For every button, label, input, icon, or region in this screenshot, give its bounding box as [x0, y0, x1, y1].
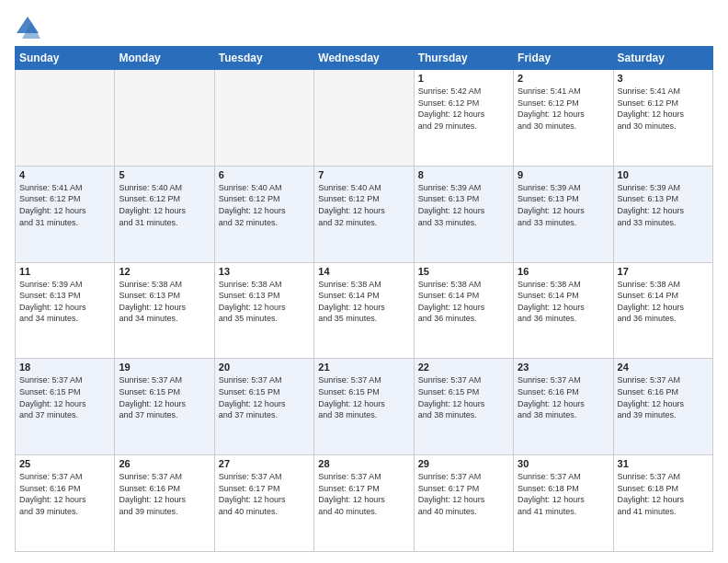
calendar-table: SundayMondayTuesdayWednesdayThursdayFrid… — [15, 46, 713, 552]
header-day-thursday: Thursday — [414, 47, 513, 70]
calendar-week-3: 11Sunrise: 5:39 AM Sunset: 6:13 PM Dayli… — [16, 262, 713, 359]
day-number: 8 — [418, 169, 509, 180]
calendar-cell: 13Sunrise: 5:38 AM Sunset: 6:13 PM Dayli… — [214, 262, 313, 359]
day-info: Sunrise: 5:41 AM Sunset: 6:12 PM Dayligh… — [618, 86, 709, 132]
day-number: 20 — [219, 362, 310, 373]
calendar-week-1: 1Sunrise: 5:42 AM Sunset: 6:12 PM Daylig… — [16, 70, 713, 167]
header — [15, 11, 713, 40]
calendar-cell: 16Sunrise: 5:38 AM Sunset: 6:14 PM Dayli… — [514, 262, 613, 359]
logo — [15, 15, 44, 40]
day-info: Sunrise: 5:37 AM Sunset: 6:17 PM Dayligh… — [318, 471, 409, 517]
calendar-week-4: 18Sunrise: 5:37 AM Sunset: 6:15 PM Dayli… — [16, 359, 713, 455]
day-info: Sunrise: 5:38 AM Sunset: 6:14 PM Dayligh… — [318, 279, 409, 325]
calendar-cell — [214, 70, 313, 167]
calendar-cell: 8Sunrise: 5:39 AM Sunset: 6:13 PM Daylig… — [414, 166, 513, 262]
calendar-cell: 18Sunrise: 5:37 AM Sunset: 6:15 PM Dayli… — [16, 359, 115, 455]
calendar-cell: 2Sunrise: 5:41 AM Sunset: 6:12 PM Daylig… — [514, 70, 613, 167]
header-day-friday: Friday — [514, 47, 613, 70]
calendar-cell: 7Sunrise: 5:40 AM Sunset: 6:12 PM Daylig… — [314, 166, 414, 262]
calendar-header: SundayMondayTuesdayWednesdayThursdayFrid… — [16, 47, 713, 70]
calendar-cell: 17Sunrise: 5:38 AM Sunset: 6:14 PM Dayli… — [613, 262, 712, 359]
day-number: 28 — [318, 458, 409, 469]
day-number: 26 — [119, 458, 210, 469]
calendar-cell — [16, 70, 115, 167]
day-info: Sunrise: 5:40 AM Sunset: 6:12 PM Dayligh… — [119, 182, 210, 228]
day-number: 19 — [119, 362, 210, 373]
header-row: SundayMondayTuesdayWednesdayThursdayFrid… — [16, 47, 713, 70]
header-day-monday: Monday — [115, 47, 214, 70]
calendar-body: 1Sunrise: 5:42 AM Sunset: 6:12 PM Daylig… — [16, 70, 713, 552]
calendar-cell: 10Sunrise: 5:39 AM Sunset: 6:13 PM Dayli… — [613, 166, 712, 262]
day-info: Sunrise: 5:37 AM Sunset: 6:16 PM Dayligh… — [119, 471, 210, 517]
day-info: Sunrise: 5:38 AM Sunset: 6:14 PM Dayligh… — [418, 279, 509, 325]
day-number: 6 — [219, 169, 310, 180]
calendar-cell: 25Sunrise: 5:37 AM Sunset: 6:16 PM Dayli… — [16, 455, 115, 552]
day-info: Sunrise: 5:37 AM Sunset: 6:15 PM Dayligh… — [119, 374, 210, 420]
calendar-cell: 6Sunrise: 5:40 AM Sunset: 6:12 PM Daylig… — [214, 166, 313, 262]
day-number: 10 — [618, 169, 709, 180]
calendar-cell: 19Sunrise: 5:37 AM Sunset: 6:15 PM Dayli… — [115, 359, 214, 455]
day-info: Sunrise: 5:37 AM Sunset: 6:18 PM Dayligh… — [518, 471, 609, 517]
day-number: 4 — [19, 169, 110, 180]
day-number: 14 — [318, 266, 409, 277]
day-info: Sunrise: 5:37 AM Sunset: 6:15 PM Dayligh… — [318, 374, 409, 420]
day-number: 30 — [518, 458, 609, 469]
day-info: Sunrise: 5:37 AM Sunset: 6:18 PM Dayligh… — [618, 471, 709, 517]
calendar-cell: 15Sunrise: 5:38 AM Sunset: 6:14 PM Dayli… — [414, 262, 513, 359]
calendar-cell: 12Sunrise: 5:38 AM Sunset: 6:13 PM Dayli… — [115, 262, 214, 359]
day-info: Sunrise: 5:40 AM Sunset: 6:12 PM Dayligh… — [318, 182, 409, 228]
day-number: 1 — [418, 73, 509, 84]
day-info: Sunrise: 5:38 AM Sunset: 6:13 PM Dayligh… — [219, 279, 310, 325]
logo-icon — [15, 15, 40, 40]
day-number: 18 — [19, 362, 110, 373]
day-number: 21 — [318, 362, 409, 373]
calendar-cell: 22Sunrise: 5:37 AM Sunset: 6:15 PM Dayli… — [414, 359, 513, 455]
day-info: Sunrise: 5:38 AM Sunset: 6:14 PM Dayligh… — [618, 279, 709, 325]
calendar-cell: 5Sunrise: 5:40 AM Sunset: 6:12 PM Daylig… — [115, 166, 214, 262]
day-number: 22 — [418, 362, 509, 373]
day-number: 25 — [19, 458, 110, 469]
day-info: Sunrise: 5:37 AM Sunset: 6:17 PM Dayligh… — [418, 471, 509, 517]
day-number: 16 — [518, 266, 609, 277]
calendar-cell: 28Sunrise: 5:37 AM Sunset: 6:17 PM Dayli… — [314, 455, 414, 552]
calendar-week-2: 4Sunrise: 5:41 AM Sunset: 6:12 PM Daylig… — [16, 166, 713, 262]
day-number: 17 — [618, 266, 709, 277]
header-day-sunday: Sunday — [16, 47, 115, 70]
day-info: Sunrise: 5:37 AM Sunset: 6:16 PM Dayligh… — [19, 471, 110, 517]
day-info: Sunrise: 5:37 AM Sunset: 6:15 PM Dayligh… — [19, 374, 110, 420]
day-number: 3 — [618, 73, 709, 84]
day-number: 2 — [518, 73, 609, 84]
calendar-cell — [115, 70, 214, 167]
day-number: 29 — [418, 458, 509, 469]
day-number: 5 — [119, 169, 210, 180]
day-info: Sunrise: 5:37 AM Sunset: 6:16 PM Dayligh… — [518, 374, 609, 420]
header-day-saturday: Saturday — [613, 47, 712, 70]
day-info: Sunrise: 5:37 AM Sunset: 6:17 PM Dayligh… — [219, 471, 310, 517]
calendar-week-5: 25Sunrise: 5:37 AM Sunset: 6:16 PM Dayli… — [16, 455, 713, 552]
header-day-wednesday: Wednesday — [314, 47, 414, 70]
calendar-cell: 29Sunrise: 5:37 AM Sunset: 6:17 PM Dayli… — [414, 455, 513, 552]
day-info: Sunrise: 5:37 AM Sunset: 6:15 PM Dayligh… — [219, 374, 310, 420]
day-number: 15 — [418, 266, 509, 277]
calendar-cell: 14Sunrise: 5:38 AM Sunset: 6:14 PM Dayli… — [314, 262, 414, 359]
day-info: Sunrise: 5:39 AM Sunset: 6:13 PM Dayligh… — [418, 182, 509, 228]
day-number: 7 — [318, 169, 409, 180]
header-day-tuesday: Tuesday — [214, 47, 313, 70]
day-number: 27 — [219, 458, 310, 469]
calendar-cell: 30Sunrise: 5:37 AM Sunset: 6:18 PM Dayli… — [514, 455, 613, 552]
calendar-cell: 3Sunrise: 5:41 AM Sunset: 6:12 PM Daylig… — [613, 70, 712, 167]
calendar-cell: 20Sunrise: 5:37 AM Sunset: 6:15 PM Dayli… — [214, 359, 313, 455]
calendar-cell: 24Sunrise: 5:37 AM Sunset: 6:16 PM Dayli… — [613, 359, 712, 455]
day-info: Sunrise: 5:38 AM Sunset: 6:14 PM Dayligh… — [518, 279, 609, 325]
day-info: Sunrise: 5:37 AM Sunset: 6:15 PM Dayligh… — [418, 374, 509, 420]
calendar-cell: 27Sunrise: 5:37 AM Sunset: 6:17 PM Dayli… — [214, 455, 313, 552]
day-info: Sunrise: 5:39 AM Sunset: 6:13 PM Dayligh… — [518, 182, 609, 228]
day-number: 13 — [219, 266, 310, 277]
calendar-cell: 4Sunrise: 5:41 AM Sunset: 6:12 PM Daylig… — [16, 166, 115, 262]
day-info: Sunrise: 5:41 AM Sunset: 6:12 PM Dayligh… — [518, 86, 609, 132]
day-info: Sunrise: 5:41 AM Sunset: 6:12 PM Dayligh… — [19, 182, 110, 228]
day-info: Sunrise: 5:40 AM Sunset: 6:12 PM Dayligh… — [219, 182, 310, 228]
page: SundayMondayTuesdayWednesdayThursdayFrid… — [0, 0, 728, 563]
day-number: 11 — [19, 266, 110, 277]
day-info: Sunrise: 5:39 AM Sunset: 6:13 PM Dayligh… — [19, 279, 110, 325]
